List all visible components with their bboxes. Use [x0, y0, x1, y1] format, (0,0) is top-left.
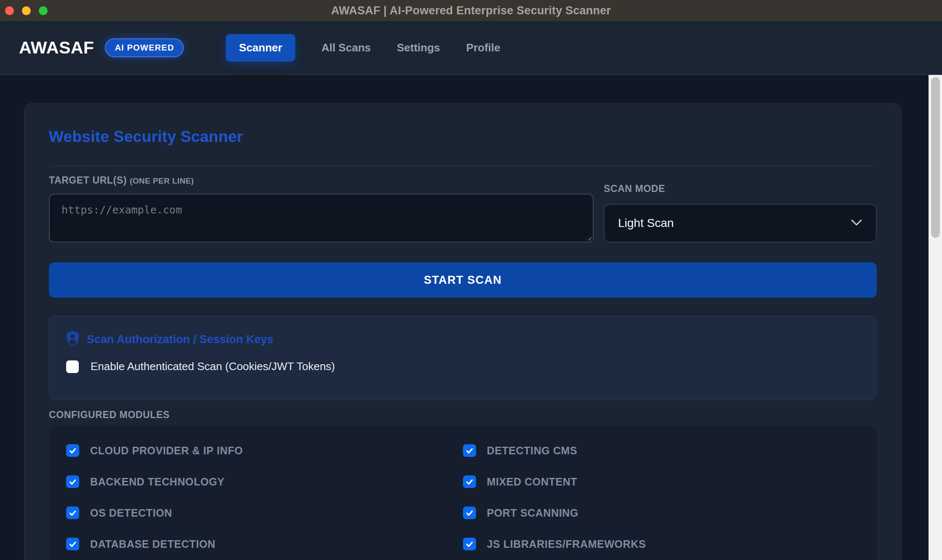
divider: [49, 166, 877, 166]
module-label: MIXED CONTENT: [487, 476, 578, 488]
titlebar: AWASAF | AI-Powered Enterprise Security …: [0, 0, 942, 21]
scan-mode-label: SCAN MODE: [604, 183, 877, 195]
auth-panel: Scan Authorization / Session Keys Enable…: [49, 316, 877, 400]
traffic-lights: [5, 6, 48, 15]
start-scan-button[interactable]: START SCAN: [49, 262, 877, 298]
close-button[interactable]: [5, 6, 14, 15]
zoom-button[interactable]: [39, 6, 48, 15]
navbar: AWASAF AI POWERED Scanner All Scans Sett…: [0, 21, 942, 75]
module-js-libraries[interactable]: JS LIBRARIES/FRAMEWORKS: [463, 538, 860, 550]
checked-checkbox[interactable]: [66, 475, 79, 488]
checked-checkbox[interactable]: [66, 507, 79, 519]
auth-checkbox-label: Enable Authenticated Scan (Cookies/JWT T…: [91, 360, 335, 373]
auth-checkbox-row[interactable]: Enable Authenticated Scan (Cookies/JWT T…: [66, 360, 859, 373]
module-label: JS LIBRARIES/FRAMEWORKS: [487, 538, 646, 550]
modules-panel: CLOUD PROVIDER & IP INFO DETECTING CMS B…: [49, 426, 877, 560]
nav-item-scanner[interactable]: Scanner: [226, 34, 295, 61]
user-shield-icon: [66, 331, 79, 348]
auth-checkbox[interactable]: [66, 360, 79, 373]
scrollbar-thumb[interactable]: [931, 77, 940, 238]
window-title: AWASAF | AI-Powered Enterprise Security …: [331, 4, 611, 17]
checked-checkbox[interactable]: [463, 538, 476, 550]
module-label: CLOUD PROVIDER & IP INFO: [90, 445, 243, 457]
target-urls-input[interactable]: [49, 194, 594, 243]
configured-modules-label: CONFIGURED MODULES: [49, 409, 877, 421]
checked-checkbox[interactable]: [463, 444, 476, 457]
module-os-detection[interactable]: OS DETECTION: [66, 507, 463, 519]
checked-checkbox[interactable]: [463, 507, 476, 519]
main-content: Website Security Scanner TARGET URL(S) (…: [0, 75, 942, 560]
module-backend-technology[interactable]: BACKEND TECHNOLOGY: [66, 475, 463, 488]
module-label: DETECTING CMS: [487, 445, 578, 457]
page-title: Website Security Scanner: [49, 128, 877, 146]
module-detecting-cms[interactable]: DETECTING CMS: [463, 444, 860, 457]
target-urls-hint: (ONE PER LINE): [130, 176, 194, 185]
module-mixed-content[interactable]: MIXED CONTENT: [463, 475, 860, 488]
module-port-scanning[interactable]: PORT SCANNING: [463, 507, 860, 519]
module-database-detection[interactable]: DATABASE DETECTION: [66, 538, 463, 550]
scrollbar-track[interactable]: [929, 75, 942, 560]
nav-menu: Scanner All Scans Settings Profile: [226, 34, 500, 61]
module-label: BACKEND TECHNOLOGY: [90, 476, 225, 488]
module-label: DATABASE DETECTION: [90, 538, 215, 550]
scan-mode-select[interactable]: Light Scan: [604, 204, 877, 243]
module-label: PORT SCANNING: [487, 507, 579, 519]
auth-section-title: Scan Authorization / Session Keys: [87, 333, 273, 346]
nav-item-settings[interactable]: Settings: [397, 41, 440, 54]
minimize-button[interactable]: [22, 6, 31, 15]
scan-mode-value: Light Scan: [618, 216, 674, 230]
chevron-down-icon: [851, 219, 862, 228]
checked-checkbox[interactable]: [463, 475, 476, 488]
ai-powered-badge: AI POWERED: [105, 38, 184, 57]
module-cloud-provider[interactable]: CLOUD PROVIDER & IP INFO: [66, 444, 463, 457]
scan-form-row: TARGET URL(S) (ONE PER LINE) SCAN MODE L…: [49, 175, 877, 243]
checked-checkbox[interactable]: [66, 444, 79, 457]
app-window: AWASAF | AI-Powered Enterprise Security …: [0, 0, 942, 560]
nav-item-profile[interactable]: Profile: [466, 41, 500, 54]
app-logo: AWASAF: [19, 38, 94, 58]
scanner-card: Website Security Scanner TARGET URL(S) (…: [24, 103, 902, 560]
module-label: OS DETECTION: [90, 507, 172, 519]
target-urls-label: TARGET URL(S) (ONE PER LINE): [49, 175, 594, 186]
nav-item-all-scans[interactable]: All Scans: [321, 41, 371, 54]
checked-checkbox[interactable]: [66, 538, 79, 550]
